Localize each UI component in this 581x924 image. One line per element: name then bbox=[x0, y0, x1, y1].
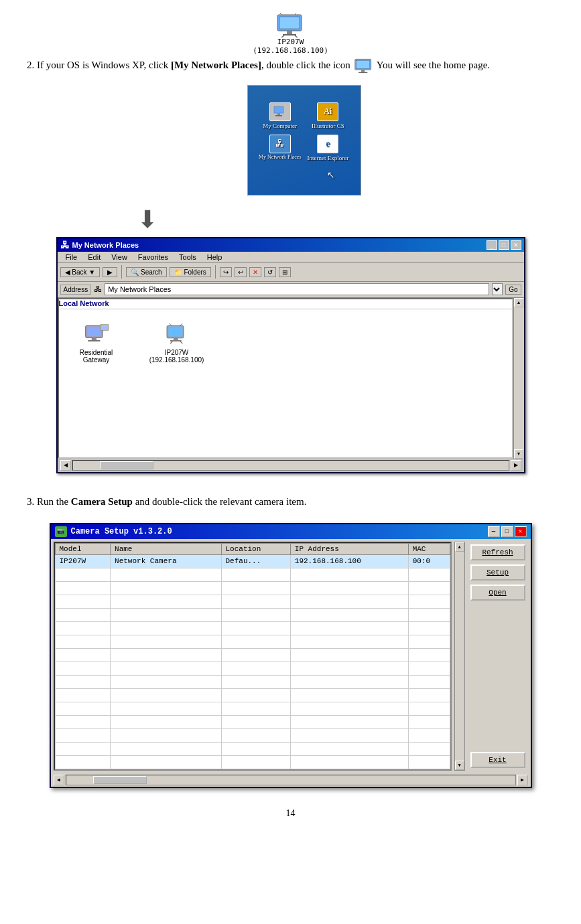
refresh-button[interactable]: Refresh bbox=[470, 544, 525, 560]
cursor-indicator: ↖ bbox=[327, 169, 335, 181]
table-cell bbox=[55, 688, 111, 702]
table-cell: 00:0 bbox=[408, 554, 450, 568]
table-cell bbox=[55, 608, 111, 621]
table-scrollbar[interactable]: ▲ ▼ bbox=[454, 542, 465, 771]
table-cell bbox=[55, 675, 111, 688]
close-button[interactable]: ✕ bbox=[511, 240, 521, 250]
address-bar: Address 🖧 My Network Places Go bbox=[58, 282, 524, 298]
setup-button[interactable]: Setup bbox=[470, 564, 525, 581]
window-controls[interactable]: _ □ ✕ bbox=[487, 240, 521, 250]
table-cell bbox=[111, 581, 221, 595]
table-row[interactable]: IP207WNetwork CameraDefau...192.168.168.… bbox=[55, 554, 450, 568]
toolbar-icon-1[interactable]: ↪ bbox=[220, 267, 232, 277]
address-input[interactable]: My Network Places bbox=[105, 283, 489, 295]
device-ip-label: (192.168.168.100) bbox=[253, 46, 328, 55]
network-icons-row: Residential Gateway bbox=[59, 317, 512, 369]
dialog-maximize-button[interactable]: □ bbox=[501, 526, 513, 537]
search-button[interactable]: 🔍 Search bbox=[126, 267, 166, 277]
table-cell: Defau... bbox=[221, 554, 290, 568]
table-cell bbox=[290, 702, 408, 715]
table-cell bbox=[290, 621, 408, 635]
address-folder-icon: 🖧 bbox=[94, 285, 102, 294]
button-section: Refresh Setup Open Exit bbox=[468, 542, 528, 771]
back-button[interactable]: ◀ Back ▼ bbox=[60, 267, 101, 277]
table-cell bbox=[408, 595, 450, 608]
table-cell bbox=[111, 675, 221, 688]
window-title: 🖧 My Network Places bbox=[60, 240, 139, 250]
ip207w-icon bbox=[164, 323, 190, 346]
camera-setup-title-text: Camera Setup v1.3.2.0 bbox=[71, 527, 172, 536]
dialog-minimize-button[interactable]: — bbox=[488, 526, 500, 537]
svg-line-26 bbox=[180, 341, 182, 343]
horiz-scrollbar[interactable] bbox=[72, 460, 509, 471]
step2-text-end: You will see the home page. bbox=[377, 60, 490, 70]
table-cell bbox=[290, 715, 408, 728]
table-cell bbox=[221, 688, 290, 702]
network-item-ip207w[interactable]: IP207W (192.168.168.100) bbox=[150, 323, 204, 364]
dialog-close-button[interactable]: ✕ bbox=[515, 526, 527, 537]
table-cell bbox=[290, 755, 408, 769]
svg-rect-24 bbox=[170, 340, 182, 341]
table-cell bbox=[111, 715, 221, 728]
table-cell bbox=[111, 688, 221, 702]
table-scroll-up[interactable]: ▲ bbox=[455, 542, 464, 552]
menu-favorites[interactable]: Favorites bbox=[133, 253, 174, 261]
svg-rect-23 bbox=[174, 338, 178, 340]
table-cell bbox=[111, 635, 221, 648]
table-cell bbox=[290, 581, 408, 595]
table-cell bbox=[221, 648, 290, 662]
toolbar-icon-4[interactable]: ↺ bbox=[264, 267, 276, 277]
dialog-scroll-left[interactable]: ◀ bbox=[54, 775, 64, 785]
col-mac: MAC bbox=[408, 543, 450, 554]
table-cell bbox=[111, 742, 221, 755]
dialog-content: Model Name Location IP Address MAC IP207… bbox=[51, 539, 531, 773]
toolbar-icon-3[interactable]: ✕ bbox=[249, 267, 261, 277]
address-dropdown[interactable] bbox=[492, 283, 503, 295]
window-titlebar: 🖧 My Network Places _ □ ✕ bbox=[58, 238, 524, 252]
toolbar-icon-2[interactable]: ↩ bbox=[235, 267, 247, 277]
scroll-up-arrow[interactable]: ▲ bbox=[514, 298, 523, 307]
table-cell bbox=[408, 608, 450, 621]
table-cell bbox=[221, 662, 290, 675]
table-cell bbox=[111, 728, 221, 742]
content-main: Local Network bbox=[58, 298, 513, 459]
dialog-horiz-scrollbar[interactable] bbox=[66, 775, 516, 785]
scroll-down-arrow[interactable]: ▼ bbox=[514, 449, 523, 459]
forward-button[interactable]: ▶ bbox=[103, 267, 117, 277]
address-label: Address bbox=[60, 285, 92, 295]
table-row bbox=[55, 648, 450, 662]
table-row bbox=[55, 742, 450, 755]
menu-help[interactable]: Help bbox=[202, 253, 228, 261]
toolbar-icon-5[interactable]: ⊞ bbox=[279, 267, 291, 277]
dialog-scroll-right[interactable]: ▶ bbox=[517, 775, 528, 785]
menu-tools[interactable]: Tools bbox=[174, 253, 202, 261]
table-cell bbox=[290, 648, 408, 662]
svg-rect-3 bbox=[283, 34, 296, 35]
address-text: My Network Places bbox=[108, 285, 171, 293]
table-cell bbox=[55, 581, 111, 595]
go-button[interactable]: Go bbox=[505, 285, 521, 295]
svg-rect-13 bbox=[277, 113, 280, 115]
open-button[interactable]: Open bbox=[470, 585, 525, 601]
svg-line-28 bbox=[180, 323, 182, 325]
maximize-button[interactable]: □ bbox=[499, 240, 509, 250]
table-cell bbox=[221, 702, 290, 715]
dialog-controls[interactable]: — □ ✕ bbox=[488, 526, 527, 537]
table-cell bbox=[408, 662, 450, 675]
network-item-gateway[interactable]: Residential Gateway bbox=[70, 323, 123, 364]
table-scroll-down[interactable]: ▼ bbox=[455, 761, 464, 770]
exit-button[interactable]: Exit bbox=[470, 752, 525, 768]
table-cell bbox=[408, 568, 450, 581]
menu-view[interactable]: View bbox=[106, 253, 133, 261]
svg-rect-22 bbox=[168, 327, 182, 336]
folders-button[interactable]: 📁 Folders bbox=[170, 267, 211, 277]
scroll-right-arrow[interactable]: ▶ bbox=[511, 460, 521, 471]
table-row bbox=[55, 688, 450, 702]
vertical-scrollbar[interactable]: ▲ ▼ bbox=[513, 298, 524, 459]
menu-edit[interactable]: Edit bbox=[82, 253, 106, 261]
camera-table-section: Model Name Location IP Address MAC IP207… bbox=[54, 542, 452, 771]
toolbar-separator-2 bbox=[215, 265, 216, 279]
minimize-button[interactable]: _ bbox=[487, 240, 497, 250]
scroll-left-arrow[interactable]: ◀ bbox=[60, 460, 71, 471]
menu-file[interactable]: File bbox=[60, 253, 83, 261]
